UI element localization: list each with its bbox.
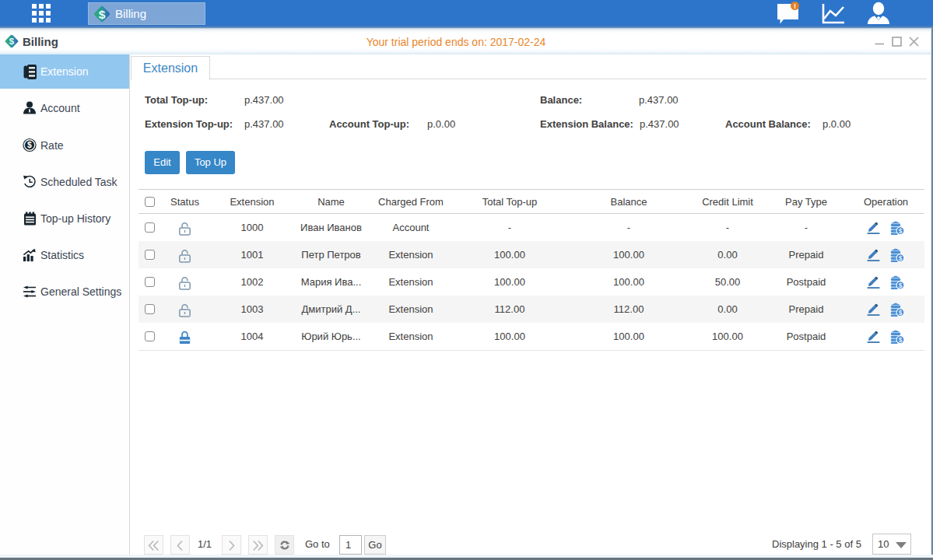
svg-text:$: $ [899, 335, 903, 343]
svg-text:$: $ [27, 141, 32, 149]
svg-text:!: ! [794, 2, 796, 10]
svg-text:$: $ [899, 254, 903, 261]
svg-text:$: $ [99, 7, 106, 20]
svg-text:$: $ [899, 308, 903, 316]
svg-text:$: $ [899, 281, 903, 289]
svg-text:$: $ [899, 226, 903, 234]
